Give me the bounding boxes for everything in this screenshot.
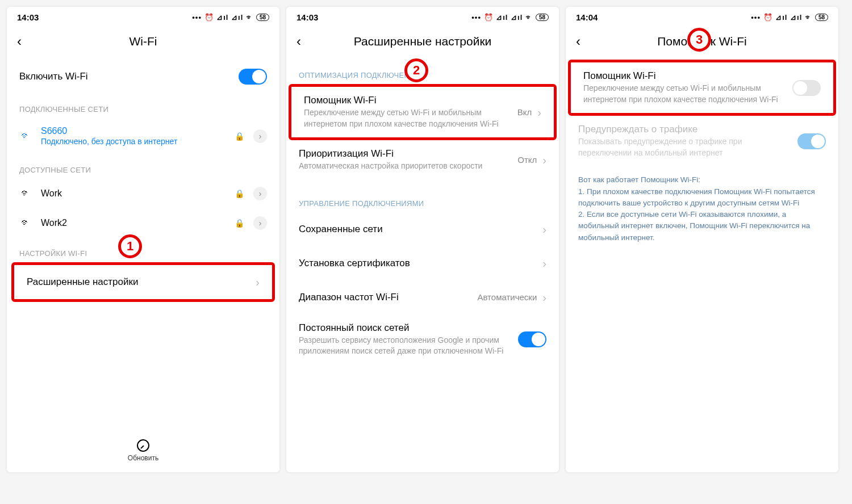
- network-name: Work: [41, 188, 225, 199]
- battery-icon: 58: [256, 14, 269, 21]
- wifi-assistant-row[interactable]: Помощник Wi-Fi Переключение между сетью …: [291, 87, 554, 137]
- saved-networks-label: Сохраненные сети: [299, 224, 542, 235]
- chevron-icon[interactable]: ›: [253, 129, 267, 143]
- network-status: Подключено, без доступа в интернет: [41, 136, 225, 146]
- status-time: 14:03: [296, 12, 318, 22]
- wifi-toggle[interactable]: [239, 69, 267, 85]
- network-name: S6660: [41, 126, 225, 136]
- connected-network-row[interactable]: ᯤ S6660 Подключено, без доступа в интерн…: [7, 118, 279, 154]
- page-title: Wi-Fi: [130, 35, 157, 48]
- traffic-warning-row[interactable]: Предупреждать о трафике Показывать преду…: [566, 116, 838, 166]
- wifi-assistant-title: Помощник Wi-Fi: [304, 95, 517, 106]
- wifi-signal-icon: ᯤ: [19, 217, 32, 229]
- always-scan-desc: Разрешить сервису местоположения Google …: [299, 335, 518, 357]
- status-icons: ••• ⏰ ⊿ıl ⊿ıl ᯤ 58: [471, 13, 549, 22]
- wifi-band-row[interactable]: Диапазон частот Wi-Fi Автоматически ›: [286, 280, 559, 314]
- wifi-assistant-desc: Переключение между сетью Wi-Fi и мобильн…: [583, 83, 792, 105]
- wifi-band-value: Автоматически: [477, 292, 537, 302]
- chevron-icon: ›: [542, 292, 546, 303]
- callout-badge-3: 3: [687, 28, 711, 52]
- traffic-warning-toggle[interactable]: [797, 133, 826, 149]
- wifi-priority-row[interactable]: Приоритизация Wi-Fi Автоматическая настр…: [286, 140, 559, 180]
- battery-icon: 58: [536, 14, 549, 21]
- chevron-icon[interactable]: ›: [253, 216, 267, 230]
- callout-badge-2: 2: [404, 58, 428, 82]
- install-certs-row[interactable]: Установка сертификатов ›: [286, 246, 559, 280]
- chevron-icon: ›: [256, 276, 260, 288]
- section-connected: ПОДКЛЮЧЕННЫЕ СЕТИ: [7, 94, 279, 118]
- wifi-enable-row[interactable]: Включить Wi-Fi: [7, 60, 279, 94]
- wifi-assistant-toggle[interactable]: [792, 80, 821, 96]
- status-bar: 14:04 ••• ⏰ ⊿ıl ⊿ıl ᯤ 58: [566, 7, 838, 27]
- header: ‹ Помощник Wi-Fi 3: [566, 27, 838, 60]
- lock-icon: 🔒: [235, 132, 244, 141]
- page-title: Расширенные настройки: [354, 35, 492, 48]
- chevron-icon: ›: [542, 258, 546, 269]
- section-wifi-settings: НАСТРОЙКИ WI-FI: [7, 238, 279, 262]
- header: ‹ Расширенные настройки: [286, 27, 559, 60]
- chevron-icon: ›: [542, 154, 546, 166]
- advanced-settings-row[interactable]: Расширенные настройки ›: [14, 265, 272, 299]
- wifi-assistant-toggle-row[interactable]: Помощник Wi-Fi Переключение между сетью …: [571, 62, 833, 113]
- status-icons: ••• ⏰ ⊿ıl ⊿ıl ᯤ 58: [192, 13, 269, 22]
- always-scan-toggle[interactable]: [518, 331, 546, 347]
- refresh-bar[interactable]: Обновить: [7, 431, 279, 472]
- wifi-assistant-title: Помощник Wi-Fi: [583, 70, 792, 82]
- lock-icon: 🔒: [235, 219, 244, 228]
- refresh-icon: [137, 439, 149, 452]
- help-text: Вот как работает Помощник Wi-Fi: 1. При …: [566, 166, 838, 251]
- status-time: 14:04: [576, 12, 598, 22]
- highlight-box-1: Расширенные настройки ›: [11, 262, 275, 302]
- lock-icon: 🔒: [235, 189, 244, 198]
- available-network-row[interactable]: ᯤ Work 🔒 ›: [7, 179, 279, 208]
- network-name: Work2: [41, 218, 225, 228]
- wifi-priority-value: Откл: [517, 155, 537, 165]
- always-scan-row[interactable]: Постоянный поиск сетей Разрешить сервису…: [286, 314, 559, 365]
- back-icon[interactable]: ‹: [17, 33, 34, 49]
- saved-networks-row[interactable]: Сохраненные сети ›: [286, 212, 559, 246]
- back-icon[interactable]: ‹: [576, 33, 593, 49]
- section-available: ДОСТУПНЫЕ СЕТИ: [7, 154, 279, 179]
- traffic-warning-title: Предупреждать о трафике: [578, 124, 797, 135]
- wifi-assistant-desc: Переключение между сетью Wi-Fi и мобильн…: [304, 107, 517, 129]
- screen-advanced: 14:03 ••• ⏰ ⊿ıl ⊿ıl ᯤ 58 ‹ Расширенные н…: [286, 7, 559, 472]
- screen-assistant: 14:04 ••• ⏰ ⊿ıl ⊿ıl ᯤ 58 ‹ Помощник Wi-F…: [566, 7, 838, 472]
- chevron-icon[interactable]: ›: [253, 187, 267, 200]
- back-icon[interactable]: ‹: [296, 33, 314, 49]
- refresh-label: Обновить: [128, 454, 158, 462]
- header: ‹ Wi-Fi: [7, 27, 279, 60]
- wifi-signal-icon: ᯤ: [19, 188, 32, 199]
- section-management: УПРАВЛЕНИЕ ПОДКЛЮЧЕНИЯМИ: [286, 188, 559, 212]
- wifi-signal-icon: ᯤ: [19, 131, 32, 142]
- always-scan-title: Постоянный поиск сетей: [299, 322, 518, 334]
- chevron-icon: ›: [542, 224, 546, 235]
- chevron-icon: ›: [537, 107, 541, 118]
- callout-badge-1: 1: [118, 234, 142, 258]
- status-bar: 14:03 ••• ⏰ ⊿ıl ⊿ıl ᯤ 58: [286, 7, 559, 27]
- wifi-assistant-value: Вкл: [517, 107, 532, 117]
- status-icons: ••• ⏰ ⊿ıl ⊿ıl ᯤ 58: [751, 13, 828, 22]
- highlight-box-2: Помощник Wi-Fi Переключение между сетью …: [289, 84, 557, 140]
- highlight-box-3: Помощник Wi-Fi Переключение между сетью …: [568, 60, 836, 116]
- battery-icon: 58: [815, 14, 828, 21]
- screen-wifi: 14:03 ••• ⏰ ⊿ıl ⊿ıl ᯤ 58 ‹ Wi-Fi Включит…: [7, 7, 279, 472]
- status-time: 14:03: [17, 12, 39, 22]
- available-network-row[interactable]: ᯤ Work2 🔒 ›: [7, 208, 279, 238]
- wifi-band-label: Диапазон частот Wi-Fi: [299, 292, 477, 303]
- advanced-settings-label: Расширенные настройки: [27, 276, 256, 288]
- status-bar: 14:03 ••• ⏰ ⊿ıl ⊿ıl ᯤ 58: [7, 7, 279, 27]
- wifi-enable-label: Включить Wi-Fi: [19, 71, 239, 82]
- install-certs-label: Установка сертификатов: [299, 258, 542, 269]
- connected-network-text: S6660 Подключено, без доступа в интернет: [41, 126, 225, 146]
- wifi-priority-title: Приоритизация Wi-Fi: [299, 148, 517, 159]
- wifi-priority-desc: Автоматическая настройка приоритетов ско…: [299, 161, 517, 172]
- traffic-warning-desc: Показывать предупреждение о трафике при …: [578, 136, 797, 158]
